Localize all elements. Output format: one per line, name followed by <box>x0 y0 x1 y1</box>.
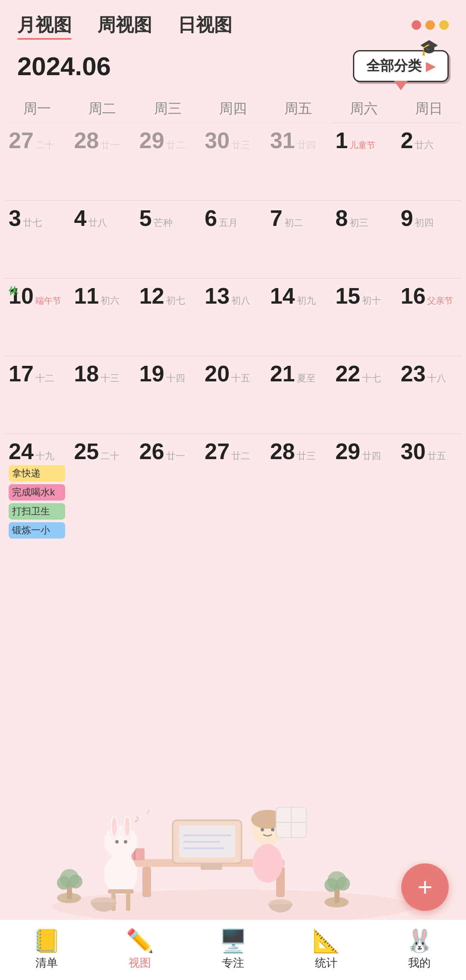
date-top: 16 父亲节 <box>401 285 457 307</box>
menu-dots[interactable] <box>412 20 449 30</box>
cal-cell-15[interactable]: 15 初十 <box>331 278 396 356</box>
weekday-tue: 周二 <box>69 95 135 123</box>
cal-cell-6[interactable]: 6 五月 <box>200 200 265 278</box>
cal-cell-27[interactable]: 27 廿二 <box>200 434 265 543</box>
cal-cell-10[interactable]: 休 10 端午节 <box>4 278 69 356</box>
svg-rect-11 <box>134 847 135 860</box>
dot-orange <box>425 20 435 30</box>
view-tabs: 月视图 周视图 日视图 <box>17 13 232 37</box>
cal-cell-4[interactable]: 4 廿八 <box>69 200 135 278</box>
date-top: 12 初七 <box>139 285 196 307</box>
svg-point-35 <box>327 871 346 890</box>
bookmark-decoration <box>394 81 408 90</box>
profile-icon: 🐰 <box>406 929 434 952</box>
date-top: 15 初十 <box>335 285 392 307</box>
date-top: 5 芒种 <box>139 207 196 229</box>
cal-cell-23[interactable]: 23 十八 <box>397 356 462 434</box>
date-top: 20 十五 <box>205 362 261 385</box>
cal-cell-5[interactable]: 5 芒种 <box>135 200 200 278</box>
svg-point-22 <box>115 840 119 844</box>
cal-cell-31[interactable]: 31 廿四 <box>266 123 331 200</box>
cal-cell-29[interactable]: 29 廿四 <box>331 434 396 543</box>
date-top: 27 廿二 <box>205 440 261 463</box>
svg-point-0 <box>52 889 414 920</box>
cal-cell-24[interactable]: 24 十九 拿快递完成喝水k打扫卫生锻炼一小 <box>4 434 69 543</box>
date-num: 19 <box>139 362 164 385</box>
cal-cell-30[interactable]: 30 廿三 <box>200 123 265 200</box>
task-item[interactable]: 拿快递 <box>9 465 65 482</box>
cal-cell-3[interactable]: 3 廿七 <box>4 200 69 278</box>
cal-cell-17[interactable]: 17 十二 <box>4 356 69 434</box>
task-item[interactable]: 锻炼一小 <box>9 522 65 539</box>
cal-cell-7[interactable]: 7 初二 <box>266 200 331 278</box>
svg-point-32 <box>69 875 82 888</box>
nav-focus[interactable]: 🖥️ 专注 <box>186 929 280 970</box>
date-top: 23 十八 <box>401 362 457 385</box>
cal-cell-28[interactable]: 28 廿三 <box>266 434 331 543</box>
tab-week[interactable]: 周视图 <box>98 13 152 37</box>
cal-cell-13[interactable]: 13 初八 <box>200 278 265 356</box>
nav-stats[interactable]: 📐 统计 <box>280 929 373 970</box>
month-label: 2024.06 <box>17 51 111 81</box>
date-lunar: 儿童节 <box>350 140 375 151</box>
date-top: 18 十三 <box>74 362 130 385</box>
cal-cell-8[interactable]: 8 初三 <box>331 200 396 278</box>
date-num: 20 <box>205 362 230 385</box>
date-lunar: 十三 <box>101 372 120 385</box>
cal-cell-2[interactable]: 2 廿六 <box>397 123 462 200</box>
svg-point-19 <box>123 815 132 839</box>
task-item[interactable]: 打扫卫生 <box>9 503 65 520</box>
cal-cell-20[interactable]: 20 十五 <box>200 356 265 434</box>
date-num: 3 <box>9 207 21 229</box>
nav-view[interactable]: ✏️ 视图 <box>93 929 186 970</box>
date-lunar: 廿二 <box>231 450 250 463</box>
illustration: ♪ ♪ <box>0 755 466 920</box>
date-lunar: 廿三 <box>297 450 316 463</box>
date-num: 18 <box>74 362 99 385</box>
svg-point-37 <box>336 877 350 891</box>
tab-day[interactable]: 日视图 <box>178 13 232 37</box>
svg-rect-6 <box>201 863 222 870</box>
cal-cell-21[interactable]: 21 夏至 <box>266 356 331 434</box>
cal-cell-30[interactable]: 30 廿五 <box>397 434 462 543</box>
cal-cell-25[interactable]: 25 二十 <box>69 434 135 543</box>
nav-checklist[interactable]: 📒 清单 <box>0 929 93 970</box>
cal-cell-27[interactable]: 27 二十 <box>4 123 69 200</box>
svg-point-17 <box>104 825 137 858</box>
svg-text:♪: ♪ <box>134 812 140 825</box>
cal-cell-28[interactable]: 28 廿一 <box>69 123 135 200</box>
date-num: 21 <box>270 362 295 385</box>
date-num: 28 <box>74 129 99 152</box>
add-fab[interactable]: + <box>401 863 449 911</box>
cal-cell-22[interactable]: 22 十七 <box>331 356 396 434</box>
date-lunar: 廿四 <box>297 139 316 152</box>
cal-cell-29[interactable]: 29 廿二 <box>135 123 200 200</box>
cal-cell-16[interactable]: 16 父亲节 <box>397 278 462 356</box>
cal-cell-19[interactable]: 19 十四 <box>135 356 200 434</box>
svg-rect-1 <box>129 859 285 867</box>
cal-cell-14[interactable]: 14 初九 <box>266 278 331 356</box>
view-icon: ✏️ <box>126 929 154 952</box>
nav-profile[interactable]: 🐰 我的 <box>373 929 466 970</box>
date-num: 1 <box>335 129 348 152</box>
tab-month[interactable]: 月视图 <box>17 13 72 37</box>
category-button[interactable]: 🎓 全部分类 ▶ <box>353 50 449 82</box>
cal-cell-9[interactable]: 9 初四 <box>397 200 462 278</box>
date-num: 23 <box>401 362 426 385</box>
date-top: 2 廿六 <box>401 129 457 152</box>
date-lunar: 十九 <box>35 450 54 463</box>
cal-cell-1[interactable]: 1 儿童节 <box>331 123 396 200</box>
cal-cell-12[interactable]: 12 初七 <box>135 278 200 356</box>
date-lunar: 初九 <box>297 294 316 307</box>
arrow-icon: ▶ <box>426 59 435 73</box>
nav-checklist-label: 清单 <box>35 955 58 970</box>
svg-point-23 <box>124 840 127 844</box>
cal-cell-26[interactable]: 26 廿一 <box>135 434 200 543</box>
cal-cell-18[interactable]: 18 十三 <box>69 356 135 434</box>
date-num: 25 <box>74 440 99 463</box>
date-top: 17 十二 <box>9 362 65 385</box>
task-item[interactable]: 完成喝水k <box>9 484 65 501</box>
nav-focus-label: 专注 <box>222 955 244 970</box>
date-num: 27 <box>205 440 230 463</box>
cal-cell-11[interactable]: 11 初六 <box>69 278 135 356</box>
